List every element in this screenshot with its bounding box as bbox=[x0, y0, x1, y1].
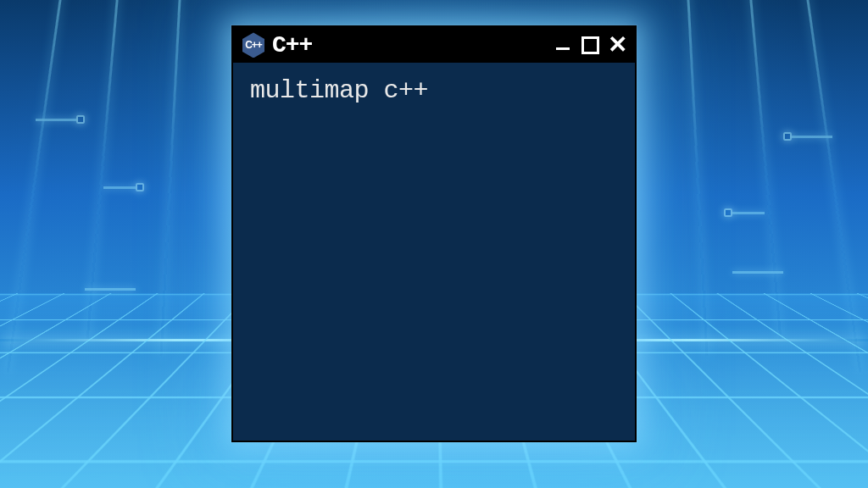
titlebar[interactable]: C++ C++ ✕ bbox=[233, 27, 635, 63]
terminal-content-text: multimap c++ bbox=[250, 76, 428, 105]
cpp-logo-icon: C++ bbox=[242, 33, 265, 57]
window-title: C++ bbox=[272, 32, 312, 58]
minimize-button[interactable] bbox=[554, 36, 572, 54]
terminal-body[interactable]: multimap c++ bbox=[233, 63, 635, 119]
terminal-window: C++ C++ ✕ multimap c++ bbox=[231, 25, 637, 442]
maximize-button[interactable] bbox=[581, 36, 599, 54]
close-button[interactable]: ✕ bbox=[608, 36, 626, 54]
window-controls: ✕ bbox=[554, 36, 626, 54]
